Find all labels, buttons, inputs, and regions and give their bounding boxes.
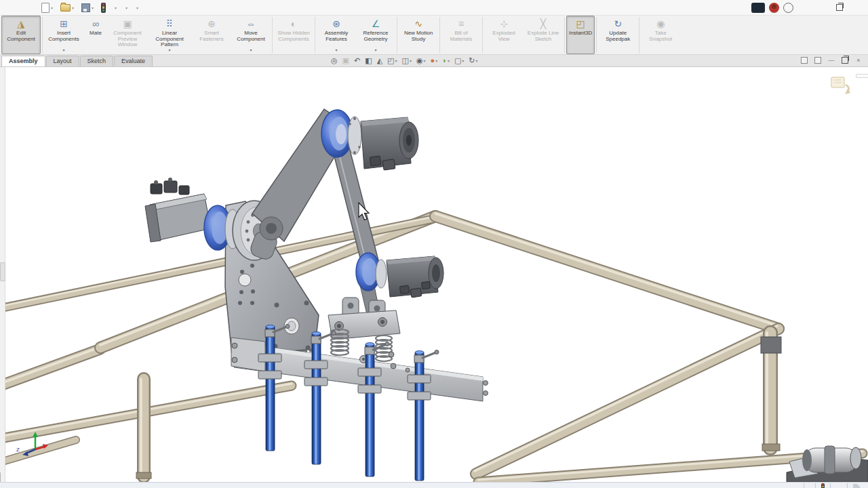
- rotate-view-icon[interactable]: ↻▾: [469, 56, 477, 66]
- ribbon-button-insert-components[interactable]: ⊞Insert Components▾: [44, 16, 83, 54]
- redo-button: ▾: [134, 0, 140, 15]
- doc-restore-button[interactable]: [841, 56, 849, 64]
- options-button[interactable]: ▾: [112, 0, 118, 15]
- chevron-down-icon[interactable]: ▾: [410, 58, 412, 63]
- splitter-handle[interactable]: [0, 262, 5, 281]
- ribbon-button-label: Update Speedpak: [601, 30, 635, 42]
- ribbon-separator: [564, 17, 565, 53]
- ribbon-button-label: Instant3D: [569, 30, 592, 37]
- restore-button[interactable]: [833, 2, 846, 13]
- section-view-glyph: ◧: [365, 56, 372, 66]
- dock-pane-right-button[interactable]: [814, 56, 822, 64]
- graphics-viewport[interactable]: Z: [0, 67, 868, 482]
- ribbon-button-assembly-features[interactable]: ⊛Assembly Features▾: [317, 16, 356, 54]
- ribbon-separator: [42, 17, 43, 53]
- 3dexperience-launcher-button[interactable]: [751, 3, 765, 13]
- chevron-down-icon[interactable]: ▾: [62, 48, 64, 53]
- ribbon-button-take-snapshot: ◉Take Snapshot: [641, 16, 680, 54]
- unit-system-selector[interactable]: [830, 483, 847, 488]
- doc-minimize-button[interactable]: —: [827, 56, 835, 64]
- ribbon-button-edit-component[interactable]: ◮Edit Component: [1, 16, 41, 54]
- tab-evaluate[interactable]: Evaluate: [114, 56, 153, 66]
- lifecycle-status-button[interactable]: [100, 0, 107, 15]
- ribbon-button-reference-geometry[interactable]: ∠Reference Geometry▾: [356, 16, 395, 54]
- chevron-down-icon[interactable]: ▾: [374, 48, 376, 53]
- ribbon-button-label: Smart Fasteners: [195, 30, 229, 42]
- ribbon-button-bill-of-materials: ≡Bill of Materials: [441, 16, 481, 54]
- chevron-down-icon[interactable]: ▾: [462, 58, 464, 63]
- view-orientation-icon[interactable]: ◰▾: [387, 56, 397, 66]
- ribbon-button-mate[interactable]: ∞Mate: [83, 16, 108, 54]
- chevron-down-icon[interactable]: ▾: [448, 58, 450, 63]
- chevron-down-icon: ▾: [51, 5, 53, 10]
- save-button[interactable]: ▾: [80, 0, 95, 15]
- smart-fasteners-icon: ⊕: [208, 18, 216, 30]
- ribbon-button-label: Bill of Materials: [444, 30, 478, 42]
- dock-pane-left-button[interactable]: [800, 56, 808, 64]
- open-button[interactable]: ▾: [59, 0, 75, 15]
- chevron-down-icon[interactable]: ▾: [435, 58, 437, 63]
- ribbon-separator: [482, 17, 483, 53]
- hide-show-items-icon[interactable]: ◉▾: [416, 56, 426, 66]
- home-button[interactable]: [33, 0, 35, 15]
- tab-assembly[interactable]: Assembly: [1, 56, 45, 66]
- new-motion-study-icon: ∿: [414, 18, 422, 30]
- undo-button[interactable]: ▾: [123, 0, 129, 15]
- chevron-down-icon[interactable]: ▾: [250, 48, 252, 53]
- view-settings-icon[interactable]: ▢▾: [454, 56, 464, 66]
- minimize-button[interactable]: [797, 2, 811, 13]
- ribbon-button-label: Edit Component: [4, 30, 38, 42]
- zoom-to-fit-icon[interactable]: ◎: [331, 56, 338, 66]
- ribbon-separator: [639, 17, 639, 53]
- ribbon-button-move-component[interactable]: ⇔Move Component▾: [231, 16, 271, 54]
- ribbon-separator: [315, 17, 315, 53]
- ribbon-separator: [439, 17, 440, 53]
- lifecycle-status-segment[interactable]: [815, 483, 830, 488]
- dynamic-annotation-views-icon[interactable]: ◭: [377, 56, 382, 66]
- ribbon-button-component-preview-window: ▣Component Preview Window: [108, 16, 147, 54]
- zoom-to-area-glyph: ▣: [342, 56, 349, 66]
- tabbed-view-button[interactable]: [815, 2, 829, 13]
- status-bar: [0, 482, 868, 488]
- chevron-down-icon[interactable]: ▾: [168, 48, 170, 53]
- tab-sketch[interactable]: Sketch: [80, 56, 114, 66]
- doc-close-button[interactable]: ×: [854, 56, 863, 64]
- save-icon: [81, 3, 90, 12]
- display-style-icon[interactable]: ◫▾: [402, 56, 412, 66]
- apply-scene-icon[interactable]: ◗▾: [442, 56, 450, 66]
- ribbon-button-new-motion-study[interactable]: ∿New Motion Study: [399, 16, 438, 54]
- ribbon-button-label: Move Component: [234, 30, 268, 42]
- section-view-icon[interactable]: ◧: [365, 56, 372, 66]
- chevron-down-icon[interactable]: ▾: [476, 58, 478, 63]
- ribbon-button-label: Insert Components: [47, 30, 81, 42]
- ribbon-button-instant3d[interactable]: ◰Instant3D: [566, 16, 595, 54]
- close-button[interactable]: [850, 2, 864, 13]
- edit-appearance-icon[interactable]: ●▾: [431, 56, 438, 66]
- assembly-features-icon: ⊛: [332, 18, 340, 30]
- move-component-icon: ⇔: [246, 18, 256, 30]
- mate-icon: ∞: [92, 18, 99, 30]
- cad-model-canvas[interactable]: Z: [0, 67, 868, 482]
- ribbon-button-exploded-view: ⊹Exploded View: [484, 16, 524, 54]
- tab-layout[interactable]: Layout: [46, 56, 79, 66]
- chevron-down-icon: ▾: [115, 5, 117, 10]
- tag-segment[interactable]: [847, 483, 865, 488]
- chevron-down-icon[interactable]: ▾: [335, 48, 337, 53]
- help-button[interactable]: [783, 3, 793, 13]
- corner-component[interactable]: [787, 446, 868, 482]
- apply-scene-glyph: ◗: [442, 56, 447, 66]
- ribbon-button-linear-component-pattern[interactable]: ⠿Linear Component Pattern▾: [147, 16, 192, 54]
- ribbon-button-update-speedpak[interactable]: ↻Update Speedpak: [598, 16, 637, 54]
- chevron-down-icon: ▾: [125, 5, 127, 10]
- user-avatar[interactable]: [769, 3, 779, 13]
- ribbon-button-label: Exploded View: [487, 30, 521, 42]
- new-document-button[interactable]: ▾: [40, 0, 54, 15]
- end-effector[interactable]: [231, 298, 488, 481]
- chevron-down-icon[interactable]: ▾: [424, 58, 426, 63]
- previous-view-icon[interactable]: ↶: [354, 56, 360, 66]
- show-hidden-components-icon: ◐: [291, 18, 296, 30]
- reference-geometry-icon: ∠: [372, 18, 380, 30]
- chevron-down-icon[interactable]: ▾: [395, 58, 397, 63]
- ribbon-button-label: Assembly Features: [319, 30, 353, 42]
- cad-frame[interactable]: [0, 214, 863, 482]
